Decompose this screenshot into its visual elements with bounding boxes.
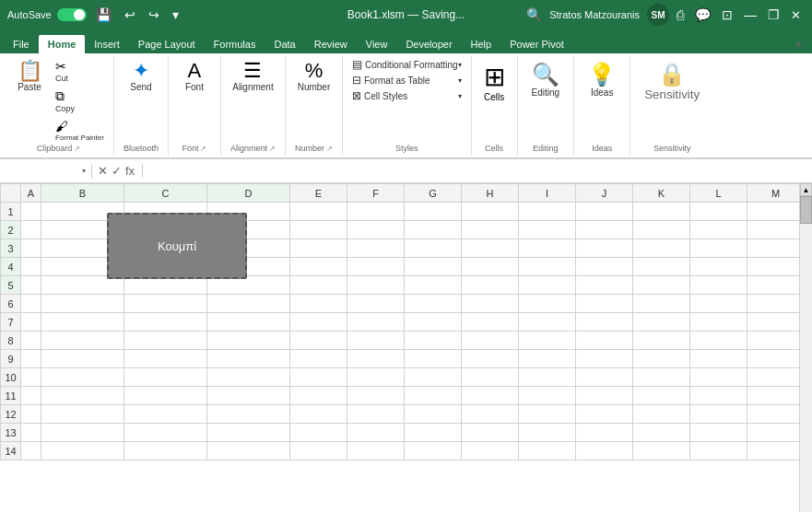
cell-m5[interactable] (747, 276, 800, 295)
cell-g12[interactable] (405, 405, 462, 424)
cell-c12[interactable] (124, 405, 207, 424)
cell-h8[interactable] (462, 332, 519, 350)
restore-button[interactable]: ❐ (764, 6, 783, 24)
cell-j5[interactable] (576, 276, 633, 295)
tab-developer[interactable]: Developer (396, 35, 461, 53)
cell-k6[interactable] (633, 295, 690, 313)
number-dialog-launcher[interactable]: ↗ (326, 145, 333, 153)
cell-l11[interactable] (690, 387, 747, 405)
row-header-14[interactable]: 14 (1, 442, 21, 460)
cell-f9[interactable] (347, 350, 405, 368)
cell-e4[interactable] (290, 258, 347, 276)
cell-a6[interactable] (21, 295, 41, 313)
row-header-13[interactable]: 13 (1, 424, 21, 442)
cell-e12[interactable] (290, 405, 347, 424)
cell-e3[interactable] (290, 239, 347, 258)
cell-l10[interactable] (690, 368, 747, 387)
cut-button[interactable]: ✂ Cut (52, 57, 108, 85)
cell-j10[interactable] (576, 368, 633, 387)
cell-e1[interactable] (290, 203, 347, 221)
col-header-l[interactable]: L (690, 184, 747, 203)
cell-i9[interactable] (519, 350, 576, 368)
cell-e7[interactable] (290, 313, 347, 332)
row-header-9[interactable]: 9 (1, 350, 21, 368)
cell-h10[interactable] (462, 368, 519, 387)
cell-l3[interactable] (690, 239, 747, 258)
cell-k5[interactable] (633, 276, 690, 295)
cell-j4[interactable] (576, 258, 633, 276)
cell-i10[interactable] (519, 368, 576, 387)
cell-i12[interactable] (519, 405, 576, 424)
col-header-f[interactable]: F (347, 184, 405, 203)
cell-h2[interactable] (462, 221, 519, 239)
cell-h13[interactable] (462, 424, 519, 442)
row-header-4[interactable]: 4 (1, 258, 21, 276)
row-header-11[interactable]: 11 (1, 387, 21, 405)
tab-review[interactable]: Review (305, 35, 357, 53)
cell-e8[interactable] (290, 332, 347, 350)
tab-formulas[interactable]: Formulas (205, 35, 265, 53)
cell-j3[interactable] (576, 239, 633, 258)
cell-g10[interactable] (405, 368, 462, 387)
tab-help[interactable]: Help (462, 35, 501, 53)
font-button[interactable]: A Font (174, 57, 215, 96)
cell-h5[interactable] (462, 276, 519, 295)
cell-d11[interactable] (207, 387, 290, 405)
cell-i1[interactable] (519, 203, 576, 221)
format-as-table-button[interactable]: ⊟ Format as Table ▾ (348, 73, 465, 87)
cell-c13[interactable] (124, 424, 207, 442)
row-header-6[interactable]: 6 (1, 295, 21, 313)
cell-e13[interactable] (290, 424, 347, 442)
cell-g9[interactable] (405, 350, 462, 368)
name-box[interactable]: ▾ (0, 164, 92, 179)
cell-c7[interactable] (124, 313, 207, 332)
cell-c14[interactable] (124, 442, 207, 460)
cell-l6[interactable] (690, 295, 747, 313)
cell-h14[interactable] (462, 442, 519, 460)
cell-m14[interactable] (747, 442, 800, 460)
cells-button[interactable]: ⊞ Cells (477, 57, 512, 107)
cell-b12[interactable] (41, 405, 124, 424)
autosave-toggle[interactable] (57, 8, 87, 21)
cell-k3[interactable] (633, 239, 690, 258)
cell-k12[interactable] (633, 405, 690, 424)
tab-power-pivot[interactable]: Power Pivot (500, 35, 573, 53)
cell-l8[interactable] (690, 332, 747, 350)
search-button[interactable]: 🔍 (523, 6, 546, 24)
cell-j9[interactable] (576, 350, 633, 368)
col-header-c[interactable]: C (124, 184, 207, 203)
formula-input[interactable] (152, 166, 812, 177)
cell-h6[interactable] (462, 295, 519, 313)
cell-a7[interactable] (21, 313, 41, 332)
font-dialog-launcher[interactable]: ↗ (200, 145, 206, 153)
cell-e2[interactable] (290, 221, 347, 239)
cell-e6[interactable] (290, 295, 347, 313)
cell-i6[interactable] (519, 295, 576, 313)
cell-e10[interactable] (290, 368, 347, 387)
cell-j14[interactable] (576, 442, 633, 460)
cell-h12[interactable] (462, 405, 519, 424)
cell-a13[interactable] (21, 424, 41, 442)
save-button[interactable]: 💾 (92, 6, 115, 24)
cell-d12[interactable] (207, 405, 290, 424)
cell-e9[interactable] (290, 350, 347, 368)
cell-h7[interactable] (462, 313, 519, 332)
share-button[interactable]: ⎙ (673, 6, 688, 24)
cell-j6[interactable] (576, 295, 633, 313)
cell-l5[interactable] (690, 276, 747, 295)
cell-k2[interactable] (633, 221, 690, 239)
cancel-formula-button[interactable]: ✕ (98, 164, 108, 178)
cell-g11[interactable] (405, 387, 462, 405)
cell-i14[interactable] (519, 442, 576, 460)
cell-g2[interactable] (405, 221, 462, 239)
cell-f11[interactable] (347, 387, 405, 405)
cell-f10[interactable] (347, 368, 405, 387)
cell-a12[interactable] (21, 405, 41, 424)
row-header-7[interactable]: 7 (1, 313, 21, 332)
cell-j2[interactable] (576, 221, 633, 239)
cell-f8[interactable] (347, 332, 405, 350)
cell-b14[interactable] (41, 442, 124, 460)
cell-j1[interactable] (576, 203, 633, 221)
send-button[interactable]: ✦ Send (121, 57, 161, 96)
editing-button[interactable]: 🔍 Editing (524, 57, 569, 102)
